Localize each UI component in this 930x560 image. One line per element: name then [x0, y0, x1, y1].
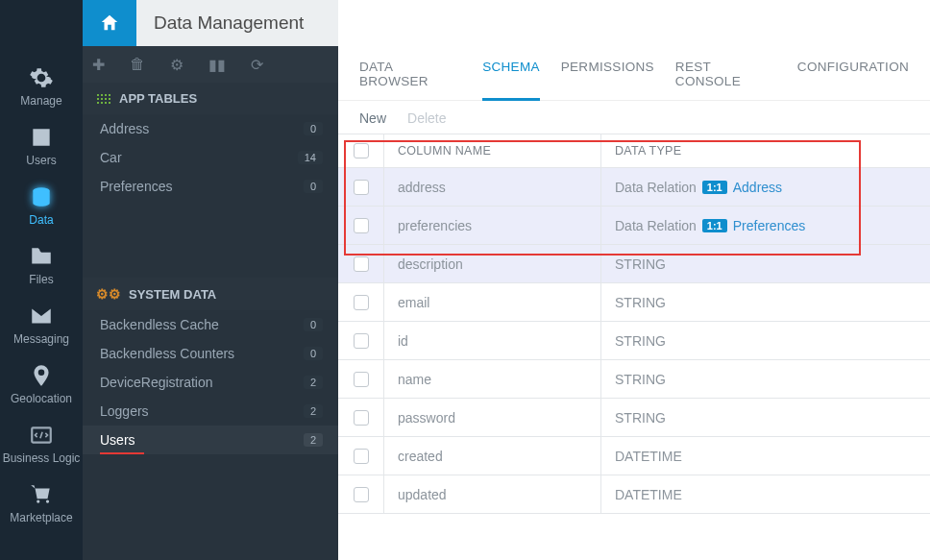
tab-configuration[interactable]: CONFIGURATION [797, 60, 909, 100]
count-badge: 2 [304, 376, 323, 389]
tab-permissions[interactable]: PERMISSIONS [561, 60, 654, 100]
table-row[interactable]: Backendless Counters0 [83, 339, 338, 368]
nav-label: Marketplace [10, 511, 72, 524]
row-checkbox[interactable] [354, 218, 369, 233]
table-row[interactable]: Users2 [83, 426, 338, 454]
home-button[interactable] [83, 0, 136, 46]
count-badge: 0 [304, 347, 323, 360]
table-name: Users [100, 432, 135, 448]
nav-label: Messaging [13, 332, 69, 346]
table-toolbar: ✚ 🗑 ⚙ ▮▮ ⟳ [83, 46, 338, 83]
column-name: id [398, 333, 408, 349]
grid-icon [96, 93, 111, 105]
nav-users[interactable]: Users [0, 119, 83, 173]
page-title: Data Management [136, 0, 338, 46]
type-label: STRING [615, 333, 666, 349]
type-label: STRING [615, 372, 666, 387]
select-all-checkbox[interactable] [354, 143, 369, 158]
row-checkbox[interactable] [354, 487, 369, 502]
count-badge: 0 [304, 122, 323, 135]
tab-databrowser[interactable]: DATA BROWSER [359, 60, 461, 100]
add-icon[interactable]: ✚ [92, 56, 105, 74]
table-name: Backendless Cache [100, 317, 219, 332]
tab-restconsole[interactable]: REST CONSOLE [675, 60, 776, 100]
nav-marketplace[interactable]: Marketplace [0, 476, 83, 530]
nav-data[interactable]: Data [0, 179, 83, 232]
relation-target[interactable]: Preferences [733, 218, 805, 233]
refresh-icon[interactable]: ⟳ [251, 56, 263, 74]
table-row[interactable]: Backendless Cache0 [83, 310, 338, 339]
schema-row[interactable]: preferenciesData Relation1:1Preferences [338, 207, 930, 245]
row-checkbox[interactable] [354, 256, 369, 272]
nav-files[interactable]: Files [0, 238, 83, 292]
tab-schema[interactable]: SCHEMA [482, 60, 540, 101]
trash-icon[interactable]: 🗑 [130, 56, 145, 73]
table-name: Backendless Counters [100, 346, 234, 361]
nav-label: Files [29, 273, 53, 286]
table-row[interactable]: DeviceRegistration2 [83, 368, 338, 397]
table-row[interactable]: Car14 [83, 143, 338, 172]
home-icon [99, 12, 120, 34]
col-header-name: COLUMN NAME [384, 134, 601, 167]
column-name: description [398, 256, 463, 272]
app-tables-label: APP TABLES [119, 91, 197, 106]
count-badge: 2 [304, 404, 323, 418]
schema-row[interactable]: createdDATETIME [338, 437, 930, 475]
type-label: DATETIME [615, 449, 682, 464]
type-label: Data Relation [615, 180, 697, 195]
system-data-header: ⚙⚙ SYSTEM DATA [83, 278, 338, 310]
nav-label: Manage [20, 94, 61, 108]
nav-geolocation[interactable]: Geolocation [0, 357, 83, 411]
relation-tag: 1:1 [702, 181, 727, 194]
row-checkbox[interactable] [354, 333, 369, 349]
row-checkbox[interactable] [354, 410, 369, 426]
schema-row[interactable]: descriptionSTRING [338, 245, 930, 283]
app-tables-header: APP TABLES [83, 83, 338, 114]
column-name: name [398, 372, 431, 387]
relation-target[interactable]: Address [733, 180, 782, 195]
main-panel: DATA BROWSERSCHEMAPERMISSIONSREST CONSOL… [338, 0, 930, 560]
count-badge: 0 [304, 180, 323, 193]
nav-messaging[interactable]: Messaging [0, 298, 83, 352]
table-row[interactable]: Preferences0 [83, 172, 338, 201]
row-checkbox[interactable] [354, 180, 369, 195]
gears-icon: ⚙⚙ [96, 286, 121, 302]
nav-manage[interactable]: Manage [0, 60, 83, 113]
schema-row[interactable]: addressData Relation1:1Address [338, 168, 930, 207]
schema-tabs: DATA BROWSERSCHEMAPERMISSIONSREST CONSOL… [338, 46, 930, 101]
book-icon[interactable]: ▮▮ [208, 56, 226, 74]
nav-businesslogic[interactable]: Business Logic [0, 417, 83, 471]
gear-icon[interactable]: ⚙ [170, 56, 184, 74]
tables-panel: Data Management ✚ 🗑 ⚙ ▮▮ ⟳ APP TABLES Ad… [83, 0, 338, 560]
nav-label: Data [29, 213, 53, 227]
system-data-label: SYSTEM DATA [129, 287, 216, 302]
schema-row[interactable]: idSTRING [338, 322, 930, 360]
table-name: Preferences [100, 179, 172, 194]
delete-button: Delete [407, 110, 446, 126]
left-nav: ManageUsersDataFilesMessagingGeolocation… [0, 0, 83, 560]
grid-header: COLUMN NAME DATA TYPE [338, 134, 930, 168]
schema-row[interactable]: updatedDATETIME [338, 475, 930, 514]
column-name: created [398, 449, 443, 464]
column-name: email [398, 295, 429, 310]
type-label: STRING [615, 295, 666, 310]
column-name: updated [398, 487, 447, 502]
row-checkbox[interactable] [354, 295, 369, 310]
new-button[interactable]: New [359, 110, 386, 126]
table-name: DeviceRegistration [100, 375, 213, 390]
row-checkbox[interactable] [354, 449, 369, 464]
table-name: Loggers [100, 403, 149, 419]
schema-row[interactable]: emailSTRING [338, 283, 930, 322]
count-badge: 14 [298, 151, 323, 164]
type-label: STRING [615, 410, 666, 426]
table-row[interactable]: Loggers2 [83, 397, 338, 426]
nav-label: Business Logic [3, 451, 81, 465]
schema-row[interactable]: nameSTRING [338, 360, 930, 399]
row-checkbox[interactable] [354, 372, 369, 387]
table-name: Car [100, 150, 122, 165]
nav-label: Users [26, 154, 56, 167]
table-row[interactable]: Address0 [83, 114, 338, 143]
table-name: Address [100, 121, 149, 136]
schema-row[interactable]: passwordSTRING [338, 399, 930, 437]
type-label: DATETIME [615, 487, 682, 502]
